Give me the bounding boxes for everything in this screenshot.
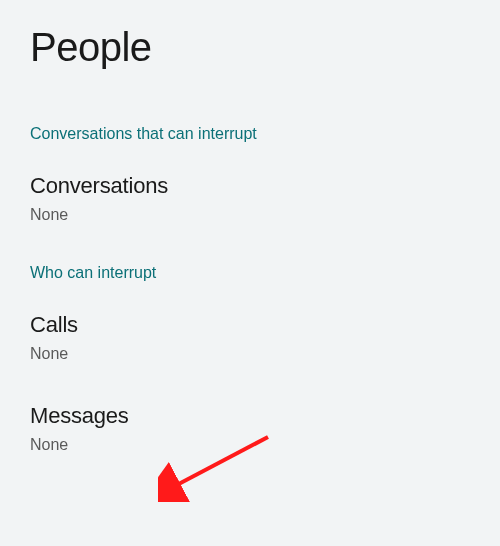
setting-calls[interactable]: Calls None (30, 312, 470, 363)
section-header-conversations: Conversations that can interrupt (30, 125, 470, 143)
setting-messages-title: Messages (30, 403, 470, 429)
page-title: People (30, 25, 470, 70)
setting-conversations[interactable]: Conversations None (30, 173, 470, 224)
section-header-interrupt: Who can interrupt (30, 264, 470, 282)
setting-conversations-value: None (30, 206, 470, 224)
setting-calls-value: None (30, 345, 470, 363)
setting-messages[interactable]: Messages None (30, 403, 470, 454)
setting-messages-value: None (30, 436, 470, 454)
setting-calls-title: Calls (30, 312, 470, 338)
setting-conversations-title: Conversations (30, 173, 470, 199)
